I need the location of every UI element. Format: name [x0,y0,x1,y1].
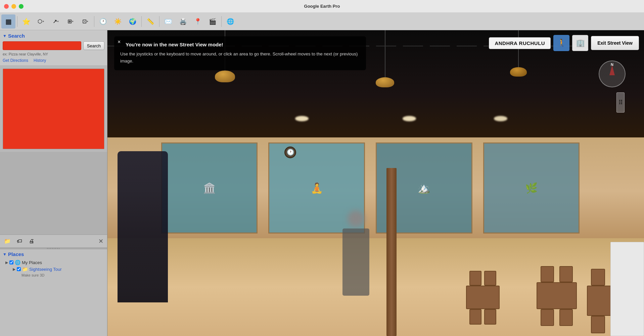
sidebar-tag-button[interactable]: 🏷 [15,237,24,246]
ceiling-light-2 [403,116,416,121]
title-bar: Google Earth Pro [0,0,644,13]
search-result-image[interactable] [3,69,104,149]
chair-t1-bot2 [559,309,573,326]
nav-handle[interactable]: ⠿ [616,92,625,113]
historical-imagery-button[interactable]: 🕐 [96,14,110,29]
record-tour-button[interactable]: ⊡+ [78,14,92,29]
make-sure-3d-item: Make sure 3D [21,272,104,278]
table-set-2 [466,286,500,309]
search-hint: ex: Pizza near Clayville, NY [3,52,104,56]
sidebar: ▼ Search Search ex: Pizza near Clayville… [0,30,107,336]
movie-maker-button[interactable]: 🎬 [205,14,220,29]
sidebar-folder-button[interactable]: 📁 [3,237,12,246]
switch-earth-button[interactable]: 🌐 [223,14,237,29]
sightseeing-checkbox[interactable] [17,267,21,271]
maximize-button[interactable] [19,4,24,9]
street-view-notification: × You're now in the new Street View mode… [114,36,366,70]
chair-t1-top2 [559,266,573,282]
toolbar: ▦ ⭐ ⬡+ ↗+ ⊞+ ⊡+ 🕐 ☀️ 🌍 📏 ✉️ 🖨️ 📍 🎬 🌐 [0,13,644,30]
minimize-button[interactable] [11,4,16,9]
sightseeing-folder-icon: 📁 [22,266,28,272]
close-button[interactable] [4,4,9,9]
my-places-checkbox[interactable] [9,260,13,264]
table-2 [466,286,500,309]
sightseeing-tour-item[interactable]: ▶ 📁 Sightseeing Tour [13,266,104,272]
toolbar-separator-3 [141,16,142,27]
search-section: ▼ Search Search ex: Pizza near Clayville… [0,30,107,66]
window-controls[interactable] [4,4,24,9]
search-result-image-container [0,66,107,152]
exit-street-view-button[interactable]: Exit Street View [591,36,639,50]
add-polygon-button[interactable]: ⬡+ [34,14,48,29]
ceiling-light-3 [494,116,507,121]
lamp-1-shade [215,71,235,82]
email-button[interactable]: ✉️ [161,14,175,29]
print-button[interactable]: 🖨️ [176,14,190,29]
street-view-scene[interactable]: 🏛️ 🧘 🏔️ 🌿 [107,30,644,336]
notification-close-button[interactable]: × [118,39,121,45]
notification-title: You're now in the new Street View mode! [120,42,360,47]
pegman-control[interactable]: ⠿ [616,92,625,113]
refrigerator [610,242,644,336]
my-places-globe-icon: 🌐 [15,260,20,265]
ceiling-light-1 [295,116,309,121]
sunlight-button[interactable]: ☀️ [111,14,125,29]
chair-t1-bot [541,309,554,326]
places-section: ▼ Places ▶ 🌐 My Places ▶ 📁 Sightseeing T… [0,249,107,336]
search-header: ▼ Search [3,33,104,39]
sightseeing-label[interactable]: Sightseeing Tour [29,267,62,272]
street-view-building-button[interactable]: 🏢 [572,35,588,51]
map-area[interactable]: 🏛️ 🧘 🏔️ 🌿 [107,30,644,336]
resize-dots [47,248,60,249]
sidebar-spacer [0,152,107,235]
blurred-face [348,210,364,227]
add-overlay-button[interactable]: ⊞+ [63,14,78,29]
search-collapse-icon[interactable]: ▼ [3,34,7,38]
add-path-button[interactable]: ↗+ [49,14,63,29]
sightseeing-expand-icon: ▶ [13,267,15,271]
lamp-2 [376,30,394,87]
expand-arrow-icon: ▶ [5,260,8,265]
history-link[interactable]: History [34,58,46,63]
chair-t2-top2 [484,271,496,286]
lamp-3-shade [510,67,527,77]
toolbar-separator-4 [159,16,159,27]
street-view-person-button[interactable]: 🚶 [553,35,569,51]
ruler-button[interactable]: 📏 [143,14,157,29]
toolbar-separator-1 [17,16,17,27]
chair-t3-top [591,269,605,286]
chair-t2-bot [469,309,481,325]
sidebar-print-button[interactable]: 🖨 [27,237,36,246]
sidebar-close-button[interactable]: ✕ [97,238,104,245]
sidebar-toggle-button[interactable]: ▦ [1,14,15,29]
places-header: ▼ Places [3,251,104,257]
my-places-item[interactable]: ▶ 🌐 My Places [5,259,104,266]
lamp-2-wire [385,30,385,77]
person-silhouette-left [118,151,168,302]
search-row: Search [3,41,104,50]
get-directions-link[interactable]: Get Directions [3,58,28,63]
places-collapse-icon[interactable]: ▼ [3,252,7,257]
search-button[interactable]: Search [83,41,104,50]
person-body [342,228,369,296]
sidebar-toolbar: 📁 🏷 🖨 ✕ [0,235,107,247]
maps-gallery-button[interactable]: 📍 [191,14,205,29]
wooden-divider [386,168,397,336]
search-input[interactable] [3,41,81,50]
street-view-top-controls: ANDHRA RUCHULU 🚶 🏢 Exit Street View [489,35,639,51]
toolbar-separator-2 [94,16,94,27]
add-placemark-button[interactable]: ⭐ [19,14,33,29]
table-1 [537,282,577,309]
compass-area: N [599,60,626,87]
places-title: Places [8,251,24,257]
atmosphere-button[interactable]: 🌍 [126,14,140,29]
search-title: Search [8,33,25,39]
toolbar-separator-5 [221,16,222,27]
make-sure-3d-label: Make sure 3D [21,273,44,277]
lamp-2-shade [376,77,394,87]
chair-t2-bot2 [484,309,496,325]
restaurant-name-badge: ANDHRA RUCHULU [489,37,551,49]
notification-body: Use the joysticks or the keyboard to mov… [120,51,360,65]
art-panel-1: 🏛️ [161,142,258,234]
main-area: ▼ Search Search ex: Pizza near Clayville… [0,30,644,336]
